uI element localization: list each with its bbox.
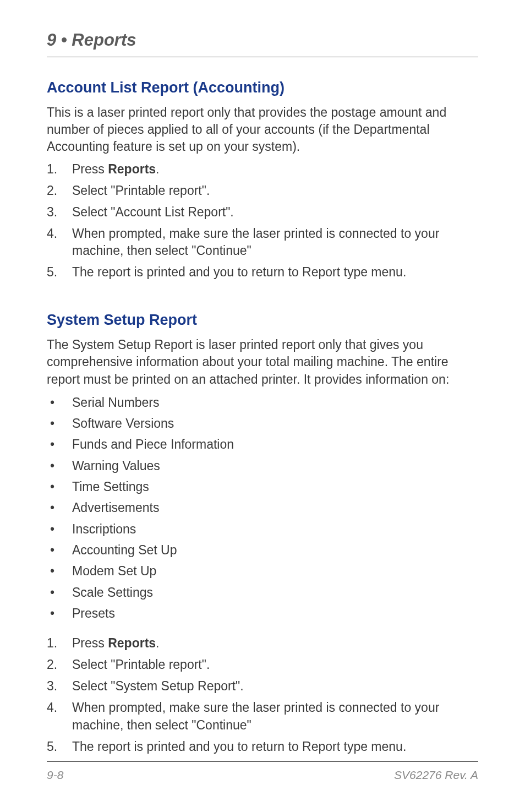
steps-list: Press Reports. Select "Printable report"…	[47, 635, 478, 755]
step-item: Select "Printable report".	[47, 656, 478, 673]
section-intro: The System Setup Report is laser printed…	[47, 336, 478, 388]
step-item: The report is printed and you to return …	[47, 738, 478, 755]
step-item: When prompted, make sure the laser print…	[47, 225, 478, 259]
bullet-item: Advertisements	[47, 499, 478, 517]
step-item: Press Reports.	[47, 161, 478, 178]
bullet-item: Funds and Piece Information	[47, 435, 478, 454]
section-title: Account List Report (Accounting)	[47, 79, 478, 96]
section-account-list: Account List Report (Accounting) This is…	[47, 79, 478, 281]
page-number: 9-8	[47, 769, 63, 782]
bullet-item: Serial Numbers	[47, 394, 478, 412]
revision-label: SV62276 Rev. A	[394, 769, 478, 782]
chapter-header: 9 • Reports	[47, 30, 478, 57]
step-item: Press Reports.	[47, 635, 478, 652]
step-item: Select "System Setup Report".	[47, 678, 478, 695]
section-intro: This is a laser printed report only that…	[47, 104, 478, 155]
bullet-list: Serial Numbers Software Versions Funds a…	[47, 394, 478, 623]
section-system-setup: System Setup Report The System Setup Rep…	[47, 312, 478, 755]
bullet-item: Accounting Set Up	[47, 541, 478, 559]
bullet-item: Warning Values	[47, 457, 478, 475]
bullet-item: Scale Settings	[47, 584, 478, 602]
steps-list: Press Reports. Select "Printable report"…	[47, 161, 478, 281]
bullet-item: Software Versions	[47, 415, 478, 433]
section-title: System Setup Report	[47, 312, 478, 329]
step-item: The report is printed and you to return …	[47, 264, 478, 281]
bullet-item: Modem Set Up	[47, 562, 478, 580]
bullet-item: Inscriptions	[47, 520, 478, 538]
page-footer: 9-8 SV62276 Rev. A	[47, 761, 478, 782]
bullet-item: Time Settings	[47, 478, 478, 496]
bullet-item: Presets	[47, 604, 478, 623]
step-item: Select "Printable report".	[47, 182, 478, 199]
step-item: Select "Account List Report".	[47, 204, 478, 221]
step-item: When prompted, make sure the laser print…	[47, 699, 478, 733]
